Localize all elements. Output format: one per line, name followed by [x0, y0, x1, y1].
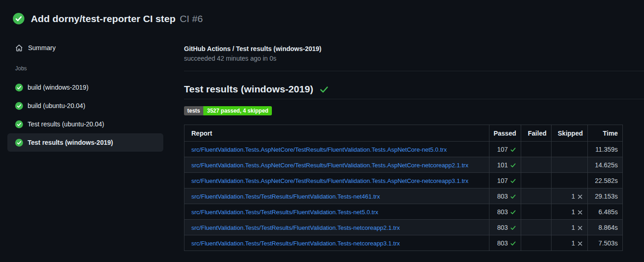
run-header: Add dorny/test-reporter CI step CI #6 [13, 13, 203, 24]
skipped-cell: 1 [552, 204, 588, 220]
skipped-count: 1 [571, 224, 575, 231]
table-header-row: ReportPassedFailedSkippedTime [184, 125, 623, 142]
report-link[interactable]: src/FluentValidation.Tests.AspNetCore/Te… [191, 146, 447, 153]
skipped-cell [552, 173, 588, 188]
success-check-circle-icon [15, 84, 23, 91]
passed-count: 101 [497, 161, 508, 169]
time-cell: 22.582s [588, 173, 623, 188]
sidebar-job-item[interactable]: build (ubuntu-20.04) [7, 97, 163, 115]
table-row: src/FluentValidation.Tests/TestResults/F… [184, 188, 623, 204]
passed-count: 803 [497, 239, 508, 247]
column-header-time: Time [588, 125, 623, 142]
passed-cell: 107 [489, 173, 521, 188]
passed-count: 803 [497, 193, 508, 200]
skipped-count: 1 [571, 239, 575, 247]
tests-badge: tests 3527 passed, 4 skipped [184, 106, 272, 115]
report-link[interactable]: src/FluentValidation.Tests/TestResults/F… [191, 224, 400, 231]
section-heading-row: Test results (windows-2019) [184, 83, 644, 99]
report-cell: src/FluentValidation.Tests/TestResults/F… [184, 204, 489, 220]
passed-count: 803 [497, 208, 508, 216]
passed-count: 803 [497, 224, 508, 231]
sidebar-job-item[interactable]: build (windows-2019) [7, 78, 163, 97]
report-link[interactable]: src/FluentValidation.Tests.AspNetCore/Te… [191, 162, 468, 169]
skipped-count: 1 [571, 193, 575, 200]
skipped-x-icon [577, 210, 583, 215]
passed-cell: 803 [489, 220, 521, 235]
jobs-list: build (windows-2019)build (ubuntu-20.04)… [7, 78, 163, 152]
heading-check-icon [319, 85, 329, 94]
main-content: GitHub Actions / Test results (windows-2… [184, 0, 644, 251]
tests-badge-value: 3527 passed, 4 skipped [203, 106, 272, 115]
skipped-cell [552, 157, 588, 173]
report-cell: src/FluentValidation.Tests.AspNetCore/Te… [184, 157, 489, 173]
passed-cell: 803 [489, 204, 521, 220]
passed-count: 107 [497, 177, 508, 184]
table-row: src/FluentValidation.Tests/TestResults/F… [184, 220, 623, 235]
column-header-skipped: Skipped [552, 125, 588, 142]
skipped-count: 1 [571, 208, 575, 216]
table-row: src/FluentValidation.Tests/TestResults/F… [184, 235, 623, 251]
passed-cell: 803 [489, 235, 521, 251]
job-item-label: build (windows-2019) [28, 84, 88, 91]
column-header-passed: Passed [489, 125, 521, 142]
passed-check-icon [510, 178, 516, 184]
success-check-circle-icon [15, 102, 23, 110]
report-cell: src/FluentValidation.Tests/TestResults/F… [184, 220, 489, 235]
sidebar: Summary Jobs build (windows-2019)build (… [7, 40, 163, 152]
failed-cell [521, 204, 552, 220]
table-row: src/FluentValidation.Tests/TestResults/F… [184, 204, 623, 220]
job-item-label: build (ubuntu-20.04) [28, 102, 85, 109]
section-heading: Test results (windows-2019) [184, 83, 313, 95]
success-check-circle-icon [15, 139, 23, 147]
time-cell: 11.359s [588, 142, 623, 157]
badge-row: tests 3527 passed, 4 skipped [184, 106, 644, 115]
skipped-x-icon [577, 194, 583, 199]
success-check-circle-icon [15, 120, 23, 128]
passed-check-icon [510, 225, 516, 231]
skipped-x-icon [577, 225, 583, 231]
sidebar-job-item[interactable]: Test results (ubuntu-20.04) [7, 115, 163, 133]
failed-cell [521, 235, 552, 251]
table-row: src/FluentValidation.Tests.AspNetCore/Te… [184, 173, 623, 188]
run-title: Add dorny/test-reporter CI step [31, 13, 176, 24]
time-cell: 29.153s [588, 188, 623, 204]
test-results-table: ReportPassedFailedSkippedTime src/Fluent… [184, 125, 623, 251]
report-cell: src/FluentValidation.Tests.AspNetCore/Te… [184, 142, 489, 157]
job-status-line: succeeded 42 minutes ago in 0s [184, 54, 644, 63]
home-icon [15, 44, 23, 52]
report-cell: src/FluentValidation.Tests/TestResults/F… [184, 188, 489, 204]
report-link[interactable]: src/FluentValidation.Tests/TestResults/F… [191, 240, 400, 247]
passed-check-icon [510, 194, 516, 199]
failed-cell [521, 142, 552, 157]
table-row: src/FluentValidation.Tests.AspNetCore/Te… [184, 142, 623, 157]
workflow-run-page: Add dorny/test-reporter CI step CI #6 Su… [0, 0, 644, 262]
report-link[interactable]: src/FluentValidation.Tests/TestResults/F… [191, 193, 380, 200]
passed-check-icon [510, 209, 516, 215]
sidebar-item-summary[interactable]: Summary [7, 40, 163, 55]
failed-cell [521, 173, 552, 188]
job-header-title: GitHub Actions / Test results (windows-2… [184, 45, 644, 53]
skipped-cell: 1 [552, 220, 588, 235]
report-link[interactable]: src/FluentValidation.Tests.AspNetCore/Te… [191, 177, 468, 184]
failed-cell [521, 220, 552, 235]
skipped-cell: 1 [552, 188, 588, 204]
sidebar-job-item[interactable]: Test results (windows-2019) [7, 133, 163, 152]
table-body: src/FluentValidation.Tests.AspNetCore/Te… [184, 142, 623, 251]
job-item-label: Test results (windows-2019) [28, 139, 113, 146]
time-cell: 6.485s [588, 204, 623, 220]
report-cell: src/FluentValidation.Tests/TestResults/F… [184, 235, 489, 251]
skipped-cell: 1 [552, 235, 588, 251]
summary-label: Summary [28, 44, 56, 51]
report-link[interactable]: src/FluentValidation.Tests/TestResults/F… [191, 209, 378, 216]
job-item-label: Test results (ubuntu-20.04) [28, 120, 104, 128]
skipped-cell [552, 142, 588, 157]
time-cell: 7.503s [588, 235, 623, 251]
passed-count: 107 [497, 146, 508, 153]
job-header: GitHub Actions / Test results (windows-2… [184, 45, 644, 71]
passed-cell: 107 [489, 142, 521, 157]
jobs-section-label: Jobs [7, 65, 163, 72]
passed-cell: 803 [489, 188, 521, 204]
passed-check-icon [510, 147, 516, 153]
passed-check-icon [510, 240, 516, 246]
failed-cell [521, 157, 552, 173]
